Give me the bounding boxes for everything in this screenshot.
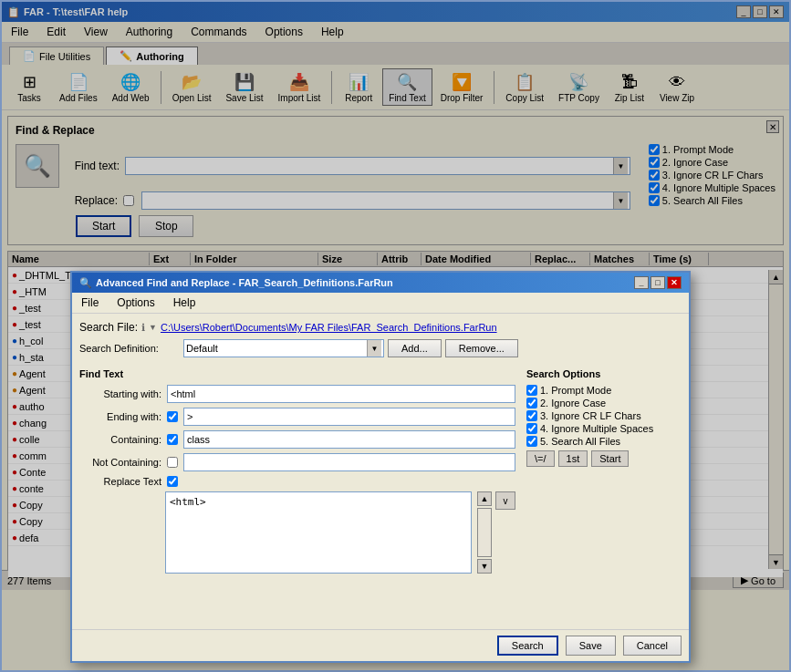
advanced-find-dialog: 🔍 Advanced Find and Replace - FAR_Search… [70, 271, 691, 663]
save-button[interactable]: Save [566, 636, 616, 656]
find-text-left: Find Text Starting with: Ending with: [79, 365, 515, 574]
not-containing-input[interactable] [183, 453, 515, 471]
not-containing-label: Not Containing: [79, 457, 161, 468]
starting-with-row: Starting with: [79, 385, 515, 403]
first-button[interactable]: 1st [558, 450, 588, 467]
dialog-menu-options[interactable]: Options [111, 295, 160, 311]
so-row-3: 3. Ignore CR LF Chars [526, 410, 682, 421]
so-checkbox-4[interactable] [526, 423, 537, 434]
add-button[interactable]: Add... [388, 339, 442, 357]
starting-with-input[interactable] [167, 385, 515, 403]
ending-with-input[interactable] [183, 408, 515, 426]
dialog-close[interactable]: ✕ [667, 276, 682, 289]
search-button[interactable]: Search [497, 636, 558, 656]
search-def-label: Search Definition: [79, 343, 180, 354]
search-file-label: Search File: [79, 321, 138, 334]
search-def-value: Default [186, 343, 367, 354]
containing-row: Containing: [79, 430, 515, 449]
ending-with-label: Ending with: [79, 411, 161, 422]
containing-input[interactable] [183, 430, 515, 449]
dialog-body: Search File: ℹ ▼ C:\Users\Robert\Documen… [72, 314, 689, 581]
search-options-panel: Search Options 1. Prompt Mode 2. Ignore … [526, 365, 682, 574]
dialog-footer: Search Save Cancel [72, 629, 689, 661]
search-def-arrow[interactable]: ▼ [367, 340, 381, 357]
find-text-section-container: Find Text Starting with: Ending with: [79, 365, 682, 574]
so-label-2: 2. Ignore Case [540, 398, 606, 408]
textarea-scroll-track [477, 508, 492, 557]
so-buttons: \=/ 1st Start [526, 450, 682, 467]
dialog-menu-help[interactable]: Help [168, 295, 202, 311]
v-button-wrapper: v [495, 491, 515, 574]
so-row-5: 5. Search All Files [526, 436, 682, 447]
dialog-overlay: 🔍 Advanced Find and Replace - FAR_Search… [2, 2, 789, 670]
dialog-maximize[interactable]: □ [650, 276, 665, 289]
containing-label: Containing: [79, 434, 161, 445]
so-checkbox-2[interactable] [526, 398, 537, 408]
not-containing-row: Not Containing: [79, 453, 515, 471]
regex-button[interactable]: \=/ [526, 450, 555, 467]
replace-textarea-wrapper: <html> ▲ ▼ v [79, 491, 515, 574]
search-file-path[interactable]: C:\Users\Robert\Documents\My FAR Files\F… [161, 322, 497, 333]
search-def-row: Search Definition: Default ▼ Add... Remo… [79, 339, 682, 357]
so-label-4: 4. Ignore Multiple Spaces [540, 423, 653, 434]
start-so-button[interactable]: Start [591, 450, 629, 467]
so-row-2: 2. Ignore Case [526, 398, 682, 408]
search-file-row: Search File: ℹ ▼ C:\Users\Robert\Documen… [79, 321, 682, 334]
replace-text-row: Replace Text [79, 476, 515, 487]
so-checkbox-3[interactable] [526, 410, 537, 421]
replace-area-spacer [79, 491, 161, 574]
so-checkbox-1[interactable] [526, 385, 537, 396]
cancel-button[interactable]: Cancel [623, 636, 682, 656]
ending-with-row: Ending with: [79, 408, 515, 426]
remove-button[interactable]: Remove... [445, 339, 518, 357]
replace-textarea[interactable]: <html> [165, 491, 472, 574]
textarea-controls: ▲ ▼ [477, 491, 492, 574]
ending-with-checkbox[interactable] [167, 411, 178, 422]
so-row-4: 4. Ignore Multiple Spaces [526, 423, 682, 434]
info-icon: ℹ [141, 322, 145, 334]
find-text-section-title: Find Text [79, 368, 515, 379]
so-row-1: 1. Prompt Mode [526, 385, 682, 396]
search-file-dropdown-arrow[interactable]: ▼ [149, 323, 157, 332]
main-window: 📋 FAR - T:\test\FAR help _ □ ✕ File Edit… [0, 0, 791, 672]
textarea-scroll-up[interactable]: ▲ [477, 491, 492, 506]
replace-text-label: Replace Text [79, 476, 161, 487]
not-containing-checkbox[interactable] [167, 457, 178, 468]
starting-with-label: Starting with: [79, 388, 161, 399]
textarea-scroll-down[interactable]: ▼ [477, 559, 492, 574]
dialog-title-controls: _ □ ✕ [634, 276, 682, 289]
so-label-1: 1. Prompt Mode [540, 385, 611, 396]
v-button[interactable]: v [495, 491, 515, 510]
replace-text-checkbox[interactable] [167, 476, 178, 487]
dialog-minimize[interactable]: _ [634, 276, 649, 289]
search-options-title: Search Options [526, 368, 682, 379]
dialog-icon: 🔍 [79, 277, 92, 289]
dialog-title-left: 🔍 Advanced Find and Replace - FAR_Search… [79, 277, 393, 289]
search-def-combo[interactable]: Default ▼ [183, 339, 384, 357]
containing-checkbox[interactable] [167, 434, 178, 445]
so-checkbox-5[interactable] [526, 436, 537, 447]
dialog-title-bar: 🔍 Advanced Find and Replace - FAR_Search… [72, 273, 689, 293]
so-label-5: 5. Search All Files [540, 436, 620, 447]
dialog-menu: File Options Help [72, 293, 689, 314]
dialog-menu-file[interactable]: File [76, 295, 104, 311]
dialog-title-text: Advanced Find and Replace - FAR_Search_D… [96, 277, 393, 288]
so-label-3: 3. Ignore CR LF Chars [540, 410, 641, 421]
